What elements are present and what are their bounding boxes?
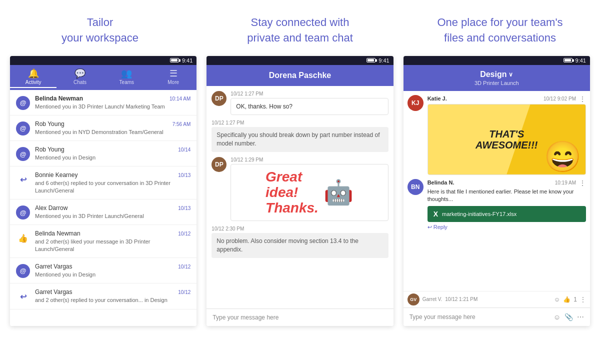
count-badge: 1 [574, 296, 577, 303]
nav-activity[interactable]: 🔔 Activity [10, 69, 56, 88]
emoji-reaction-icon[interactable]: ☺ [554, 296, 560, 303]
chat-bubble-wrap: 10/12 1:27 PM OK, thanks. How so? [230, 91, 388, 116]
chat-avatar: DP [212, 91, 226, 106]
activity-item[interactable]: @ Garret Vargas 10/12 Mentioned you in D… [10, 258, 196, 284]
channel-footer[interactable]: Type your message here ☺ 📎 ⋯ [404, 308, 590, 326]
nav-more-label: More [168, 80, 179, 85]
status-bar-3: 9:41 [404, 56, 590, 65]
item-top-row: Rob Young 7:56 AM [35, 120, 190, 128]
chat-bubble-wrap: 10/12 2:30 PM No problem. Also consider … [212, 226, 388, 258]
attach-icon[interactable]: 📎 [564, 313, 573, 321]
nav-teams-label: Teams [120, 80, 134, 85]
activity-item[interactable]: @ Rob Young 10/14 Mentioned you in Desig… [10, 141, 196, 166]
activity-item[interactable]: ↩ Bonnie Kearney 10/13 and 6 other(s) re… [10, 166, 196, 200]
item-top-row: Rob Young 10/14 [35, 146, 190, 153]
activity-item[interactable]: @ Belinda Newman 10:14 AM Mentioned you … [10, 90, 196, 116]
comic-text: THAT'SAWESOME!!! [476, 128, 538, 150]
time-2: 9:41 [378, 58, 389, 64]
screens-row: 9:41 🔔 Activity 💬 Chats 👥 Teams ☰ More @ [0, 56, 600, 364]
item-time: 10/13 [178, 206, 190, 211]
more-icon[interactable]: ⋮ [579, 179, 586, 187]
status-bar-2: 9:41 [206, 56, 393, 65]
chat-timestamp: 10/12 1:27 PM [212, 120, 388, 126]
activity-item[interactable]: ↩ Garret Vargas 10/12 and 2 other(s) rep… [10, 284, 196, 309]
chat-bubble-system: No problem. Also consider moving section… [212, 233, 388, 258]
channel-message-file: BN Belinda N. 10:19 AM ⋮ Here is that fi… [408, 179, 586, 231]
nav-more[interactable]: ☰ More [150, 69, 196, 88]
header-row: Tailor your workspace Stay connected wit… [0, 0, 600, 56]
item-name: Garret Vargas [35, 288, 72, 296]
item-name: Rob Young [35, 120, 64, 128]
garret-preview: GV Garret V. 10/12 1:21 PM ☺ 👍 1 ⋮ [404, 291, 590, 308]
contact-name: Dorena Paschke [269, 71, 332, 80]
channel-name: Design ∨ [410, 70, 584, 79]
reply-link[interactable]: ↩ Reply [428, 224, 586, 230]
ch-avatar: BN [408, 179, 424, 195]
chat-input-placeholder: Type your message here [212, 314, 278, 321]
item-desc: Mentioned you in Design [35, 271, 190, 278]
comic-card: THAT'SAWESOME!!! 😄 [428, 104, 586, 175]
more-options-icon[interactable]: ⋯ [577, 313, 584, 321]
ch-time: 10/12 9:02 PM [544, 96, 576, 102]
item-content: Belinda Newman 10/12 and 2 other(s) like… [35, 230, 190, 252]
activity-item[interactable]: @ Rob Young 7:56 AM Mentioned you in NYD… [10, 116, 196, 141]
activity-avatar: @ [16, 96, 30, 110]
more-icon[interactable]: ⋮ [579, 95, 586, 103]
ch-bubble-wrap: Katie J. 10/12 9:02 PM ⋮ THAT'SAWESOME!!… [428, 95, 586, 175]
item-time: 10/12 [178, 290, 190, 295]
item-time: 7:56 AM [172, 122, 191, 127]
activity-avatar: @ [16, 264, 30, 278]
ch-avatar: KJ [408, 95, 424, 111]
item-desc: Mentioned you in Design [35, 154, 190, 161]
chats-icon: 💬 [74, 69, 86, 78]
ch-time: 10:19 AM [555, 180, 576, 186]
item-time: 10/13 [178, 172, 190, 178]
nav-activity-label: Activity [26, 80, 42, 85]
item-name: Belinda Newman [35, 230, 80, 237]
activity-avatar: @ [16, 206, 30, 220]
activity-item[interactable]: @ Alex Darrow 10/13 Mentioned you in 3D … [10, 200, 196, 225]
item-name: Alex Darrow [35, 204, 68, 212]
more-options-icon[interactable]: ⋮ [580, 296, 586, 303]
chat-message: DP 10/12 1:27 PM OK, thanks. How so? [212, 91, 388, 116]
status-bar-1: 9:41 [10, 56, 196, 65]
item-desc: Mentioned you in 3D Printer Launch/ Mark… [35, 103, 190, 110]
activity-avatar: 👍 [16, 231, 30, 245]
time-3: 9:41 [576, 58, 586, 64]
item-content: Garret Vargas 10/12 Mentioned you in Des… [35, 263, 190, 278]
chat-bubble-wrap: 10/12 1:27 PM Specifically you should br… [212, 120, 388, 152]
channel-messages: KJ Katie J. 10/12 9:02 PM ⋮ THAT'SAWESOM… [404, 91, 590, 291]
item-content: Belinda Newman 10:14 AM Mentioned you in… [35, 95, 190, 110]
comic-image: THAT'SAWESOME!!! 😄 [428, 104, 586, 174]
file-attachment[interactable]: X marketing-initiatives-FY17.xlsx [428, 206, 586, 222]
header-title-2: Stay connected with private and team cha… [210, 15, 390, 46]
item-desc: and 2 other(s) replied to your conversat… [35, 296, 190, 304]
activity-avatar: @ [16, 147, 30, 161]
activity-avatar: ↩ [16, 172, 30, 186]
robot-icon: 🤖 [324, 178, 354, 206]
ch-sender: Belinda N. [428, 180, 454, 186]
activity-item[interactable]: 👍 Belinda Newman 10/12 and 2 other(s) li… [10, 225, 196, 258]
nav-teams[interactable]: 👥 Teams [104, 69, 150, 88]
item-time: 10/12 [178, 231, 190, 236]
garret-sender: Garret V. [422, 296, 442, 302]
chat-timestamp: 10/12 1:27 PM [230, 91, 388, 96]
emoji-icon[interactable]: ☺ [554, 313, 560, 321]
activity-list: @ Belinda Newman 10:14 AM Mentioned you … [10, 90, 196, 326]
activity-avatar: ↩ [16, 290, 30, 304]
item-desc: and 6 other(s) replied to your conversat… [35, 180, 190, 194]
battery-icon-2 [366, 58, 376, 62]
chat-input-bar[interactable]: Type your message here [206, 308, 393, 326]
sticker-box: Greatidea!Thanks. 🤖 [230, 164, 388, 221]
chat-header: Dorena Paschke [206, 65, 393, 86]
nav-chats[interactable]: 💬 Chats [56, 69, 103, 88]
channel-input-placeholder: Type your message here [410, 314, 476, 320]
item-content: Rob Young 10/14 Mentioned you in Design [35, 146, 190, 161]
battery-icon-1 [170, 58, 179, 62]
channel-sub: 3D Printer Launch [410, 80, 584, 86]
nav-chats-label: Chats [74, 80, 86, 85]
like-icon[interactable]: 👍 [563, 296, 570, 303]
activity-avatar: @ [16, 122, 30, 136]
item-time: 10/14 [178, 147, 190, 152]
item-desc: and 2 other(s) liked your message in 3D … [35, 238, 190, 252]
